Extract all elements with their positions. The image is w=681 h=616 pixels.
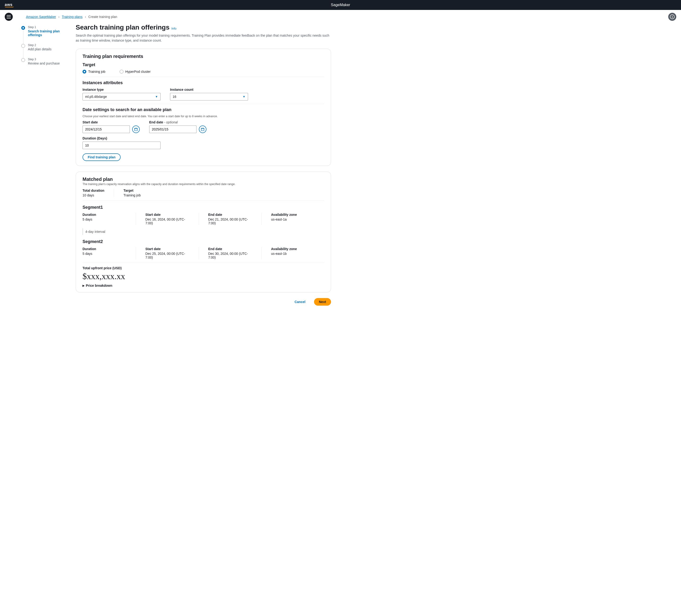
price-breakdown-toggle[interactable]: ▶ Price breakdown (82, 284, 324, 287)
seg1-start-value: Dec 16, 2024, 00:00 (UTC-7:00) (145, 217, 189, 225)
total-duration-label: Total duration (82, 189, 104, 192)
seg1-duration-label: Duration (82, 213, 126, 216)
segment1-title: Segment1 (82, 205, 324, 210)
seg2-start-value: Dec 25, 2024, 00:00 (UTC-7:00) (145, 252, 189, 259)
seg2-az-label: Availability zone (271, 247, 315, 251)
service-title: SageMaker (331, 3, 350, 7)
wizard-nav: Step 1 Search training plan offerings St… (21, 24, 66, 306)
instance-type-value: ml.p5.48xlarge (85, 95, 107, 99)
matched-title: Matched plan (82, 177, 324, 182)
nav-menu-button[interactable] (5, 13, 13, 21)
requirements-title: Training plan requirements (82, 54, 324, 59)
end-date-calendar-button[interactable] (199, 126, 206, 133)
duration-label: Duration (Days) (82, 136, 324, 140)
info-link[interactable]: Info (171, 27, 177, 30)
divider (82, 104, 324, 104)
divider (82, 77, 324, 77)
matched-plan-panel: Matched plan The training plan's capacit… (76, 172, 331, 292)
target-radio-hyperpod[interactable]: HyperPod cluster (120, 70, 151, 74)
matched-subtitle: The training plan's capacity reservation… (82, 182, 324, 186)
radio-icon (21, 26, 25, 30)
target-radio-training-job[interactable]: Training job (82, 70, 105, 74)
price-label: Total upfront price (USD) (82, 266, 324, 270)
aws-logo: aws (5, 3, 14, 7)
instance-type-select[interactable]: ml.p5.48xlarge ▼ (82, 93, 160, 100)
price-value: $xxx,xxx.xx (82, 272, 324, 281)
calendar-icon (201, 127, 205, 131)
main-content: Search training plan offerings Info Sear… (76, 24, 331, 306)
seg1-az-value: us-east-1a (271, 217, 315, 221)
seg2-duration-value: 5 days (82, 252, 126, 256)
wizard-step-1-label: Step 1 (28, 26, 66, 29)
find-training-plan-button[interactable]: Find training plan (82, 153, 121, 161)
seg1-start-label: Start date (145, 213, 189, 216)
breadcrumb: Amazon SageMaker › Training plans › Crea… (26, 15, 117, 19)
instance-count-value: 16 (173, 95, 176, 99)
dates-heading: Date settings to search for an available… (82, 107, 324, 112)
target-radio-group: Training job HyperPod cluster (82, 70, 324, 74)
breadcrumb-link-sagemaker[interactable]: Amazon SageMaker (26, 15, 56, 19)
end-date-label: End date - optional (149, 120, 206, 124)
price-breakdown-label: Price breakdown (86, 284, 112, 287)
svg-rect-1 (201, 128, 204, 131)
seg1-end-label: End date (208, 213, 252, 216)
matched-target-label: Target (123, 189, 141, 192)
page-description: Search the optimal training plan offerin… (76, 33, 331, 43)
breadcrumb-current: Create training plan (89, 15, 117, 19)
seg2-end-label: End date (208, 247, 252, 251)
wizard-step-3-title: Review and purchase (28, 61, 66, 65)
seg1-az-label: Availability zone (271, 213, 315, 216)
dates-helper-text: Choose your earliest start date and late… (82, 114, 324, 118)
calendar-icon (134, 127, 138, 131)
hamburger-icon (7, 15, 11, 19)
cancel-button[interactable]: Cancel (290, 298, 310, 306)
start-date-label: Start date (82, 120, 140, 124)
end-date-input[interactable] (149, 126, 197, 133)
target-heading: Target (82, 62, 324, 67)
wizard-step-2-label: Step 2 (28, 44, 66, 47)
wizard-step-1-title: Search training plan offerings (28, 29, 66, 37)
wizard-step-3[interactable]: Step 3 Review and purchase (21, 58, 66, 72)
wizard-step-2-title: Add plan details (28, 47, 66, 51)
page-title: Search training plan offerings (76, 24, 170, 31)
target-radio-hyperpod-label: HyperPod cluster (125, 70, 151, 74)
help-button[interactable]: i (668, 13, 676, 21)
segment-interval: 4-day interval (82, 228, 324, 235)
segment2-title: Segment2 (82, 239, 324, 244)
radio-unselected-icon (120, 70, 123, 74)
total-duration-value: 10 days (82, 194, 104, 197)
seg2-end-value: Dec 30, 2024, 00:00 (UTC-7:00) (208, 252, 252, 259)
footer-actions: Cancel Next (76, 298, 331, 306)
wizard-step-2[interactable]: Step 2 Add plan details (21, 44, 66, 58)
duration-input[interactable] (82, 142, 160, 149)
matched-target-value: Training job (123, 194, 141, 197)
radio-icon (21, 44, 25, 48)
wizard-step-3-label: Step 3 (28, 58, 66, 61)
seg1-duration-value: 5 days (82, 217, 126, 221)
radio-selected-icon (82, 70, 86, 74)
svg-rect-0 (134, 128, 137, 131)
chevron-right-icon: › (58, 15, 59, 19)
topbar: aws SageMaker (0, 0, 681, 10)
caret-right-icon: ▶ (82, 284, 84, 287)
breadcrumb-link-training-plans[interactable]: Training plans (62, 15, 82, 19)
help-icon: i (670, 15, 675, 19)
instance-type-label: Instance type (82, 88, 160, 92)
seg2-start-label: Start date (145, 247, 189, 251)
target-radio-training-job-label: Training job (88, 70, 105, 74)
instance-count-select[interactable]: 16 ▼ (170, 93, 248, 100)
start-date-input[interactable] (82, 126, 130, 133)
subheader: Amazon SageMaker › Training plans › Crea… (0, 10, 681, 24)
next-button[interactable]: Next (314, 298, 331, 306)
start-date-calendar-button[interactable] (132, 126, 140, 133)
instances-heading: Instances attributes (82, 80, 324, 85)
end-date-label-text: End date (149, 120, 163, 124)
seg2-duration-label: Duration (82, 247, 126, 251)
chevron-down-icon: ▼ (243, 95, 246, 98)
seg1-end-value: Dec 21, 2024, 00:00 (UTC-7:00) (208, 217, 252, 225)
instance-count-label: Instance count (170, 88, 248, 92)
radio-icon (21, 58, 25, 62)
seg2-az-value: us-east-1b (271, 252, 315, 256)
aws-logo-text: aws (5, 3, 14, 7)
wizard-step-1[interactable]: Step 1 Search training plan offerings (21, 26, 66, 44)
